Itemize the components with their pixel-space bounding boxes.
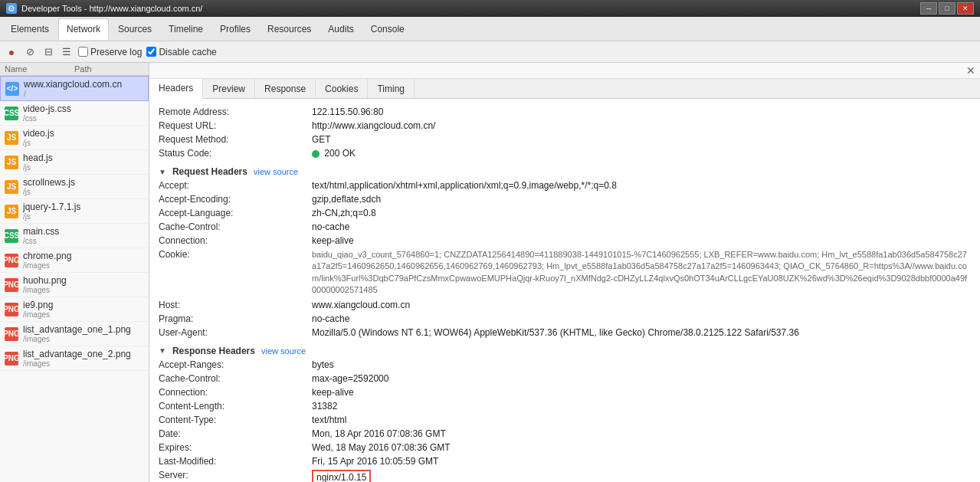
- list-item[interactable]: PNG list_advantage_one_1.png /images: [0, 322, 149, 346]
- window-controls: ─ □ ✕: [920, 2, 974, 15]
- file-info: scrollnews.js /js: [23, 177, 75, 196]
- png-icon: PNG: [5, 254, 18, 267]
- cookie-value: baidu_qiao_v3_count_5764860=1; CNZZDATA1…: [312, 249, 971, 297]
- connection-label: Connection:: [159, 235, 312, 246]
- list-item[interactable]: JS scrollnews.js /js: [0, 175, 149, 199]
- accept-value: text/html,application/xhtml+xml,applicat…: [312, 180, 971, 191]
- response-headers-title: Response Headers: [172, 346, 255, 356]
- host-value: www.xiangcloud.com.cn: [312, 300, 971, 310]
- tab-elements[interactable]: Elements: [3, 18, 57, 40]
- file-info: huohu.png /images: [23, 275, 67, 294]
- list-item[interactable]: JS head.js /js: [0, 150, 149, 175]
- disable-cache-text: Disable cache: [159, 47, 216, 57]
- preserve-log-label[interactable]: Preserve log: [78, 47, 142, 57]
- preserve-log-checkbox[interactable]: [78, 47, 88, 57]
- date-row: Date: Mon, 18 Apr 2016 07:08:36 GMT: [159, 427, 971, 441]
- tab-resources[interactable]: Resources: [260, 18, 319, 40]
- connection-value: keep-alive: [312, 235, 971, 246]
- file-name: chrome.png: [23, 251, 71, 261]
- maximize-button[interactable]: □: [939, 2, 955, 15]
- last-modified-label: Last-Modified:: [159, 456, 312, 467]
- file-path: /: [24, 90, 122, 98]
- status-code-value: 200 OK: [312, 148, 971, 159]
- disable-cache-label[interactable]: Disable cache: [146, 47, 216, 57]
- tab-cookies[interactable]: Cookies: [316, 79, 368, 98]
- accept-encoding-row: Accept-Encoding: gzip,deflate,sdch: [159, 192, 971, 206]
- list-item[interactable]: JS jquery-1.7.1.js /js: [0, 199, 149, 224]
- tab-headers[interactable]: Headers: [149, 79, 203, 99]
- remote-address-value: 122.115.50.96:80: [312, 107, 971, 117]
- request-method-row: Request Method: GET: [159, 133, 971, 146]
- file-path: /css: [23, 237, 59, 245]
- accept-language-row: Accept-Language: zh-CN,zh;q=0.8: [159, 206, 971, 220]
- png-icon: PNG: [5, 352, 18, 366]
- js-icon: JS: [5, 131, 18, 145]
- view-source-link-2[interactable]: view source: [261, 346, 306, 356]
- request-headers-section[interactable]: ▼ Request Headers view source: [159, 166, 971, 177]
- list-item[interactable]: PNG ie9.png /images: [0, 297, 149, 322]
- record-button[interactable]: ●: [5, 45, 18, 59]
- js-icon: JS: [5, 180, 18, 194]
- view-button[interactable]: ☰: [60, 45, 74, 59]
- remote-address-row: Remote Address: 122.115.50.96:80: [159, 105, 971, 119]
- file-path: /js: [23, 163, 53, 172]
- tab-network[interactable]: Network: [58, 18, 109, 40]
- list-item[interactable]: PNG list_advantage_one_2.png /images: [0, 346, 149, 371]
- status-indicator: [312, 150, 320, 158]
- pragma-row: Pragma: no-cache: [159, 312, 971, 326]
- date-value: Mon, 18 Apr 2016 07:08:36 GMT: [312, 428, 971, 439]
- file-info: head.js /js: [23, 152, 53, 172]
- server-row: Server: nginx/1.0.15: [159, 468, 971, 482]
- status-code-text: 200 OK: [324, 148, 356, 159]
- pragma-value: no-cache: [312, 313, 971, 324]
- list-item[interactable]: CSS main.css /css: [0, 224, 149, 248]
- tab-timeline[interactable]: Timeline: [161, 18, 211, 40]
- triangle-icon: ▼: [159, 346, 166, 355]
- file-path: /images: [23, 359, 131, 368]
- expires-label: Expires:: [159, 442, 312, 453]
- header-path: Path: [74, 64, 144, 74]
- filter-button[interactable]: ⊟: [41, 45, 55, 59]
- cache-control-label: Cache-Control:: [159, 221, 312, 232]
- last-modified-row: Last-Modified: Fri, 15 Apr 2016 10:05:59…: [159, 454, 971, 468]
- tab-console[interactable]: Console: [363, 18, 412, 40]
- secondary-toolbar: ● ⊘ ⊟ ☰ Preserve log Disable cache: [0, 41, 980, 63]
- list-item[interactable]: PNG huohu.png /images: [0, 273, 149, 297]
- js-icon: JS: [5, 205, 18, 218]
- list-item[interactable]: </> www.xiangcloud.com.cn /: [0, 76, 149, 101]
- tab-profiles[interactable]: Profiles: [212, 18, 258, 40]
- tab-timing[interactable]: Timing: [368, 79, 415, 98]
- tab-preview[interactable]: Preview: [203, 79, 255, 98]
- minimize-button[interactable]: ─: [920, 2, 937, 15]
- stop-button[interactable]: ⊘: [23, 45, 37, 59]
- list-item[interactable]: CSS video-js.css /css: [0, 101, 149, 126]
- file-name: www.xiangcloud.com.cn: [24, 79, 122, 90]
- file-info: list_advantage_one_1.png /images: [23, 324, 131, 343]
- tab-response[interactable]: Response: [255, 79, 316, 98]
- close-panel-button[interactable]: ✕: [965, 64, 977, 77]
- request-url-label: Request URL:: [159, 120, 312, 131]
- file-name: list_advantage_one_2.png: [23, 349, 131, 359]
- disable-cache-checkbox[interactable]: [146, 47, 156, 57]
- file-path: /js: [23, 212, 80, 221]
- window-title: Developer Tools - http://www.xiangcloud.…: [21, 4, 202, 13]
- tab-sources[interactable]: Sources: [110, 18, 159, 40]
- file-info: chrome.png /images: [23, 251, 71, 270]
- css-icon: CSS: [5, 107, 18, 120]
- close-button[interactable]: ✕: [957, 2, 974, 15]
- connection-row: Connection: keep-alive: [159, 234, 971, 248]
- list-item[interactable]: JS video.js /js: [0, 126, 149, 150]
- request-url-row: Request URL: http://www.xiangcloud.com.c…: [159, 119, 971, 133]
- tab-audits[interactable]: Audits: [320, 18, 361, 40]
- cookie-label: Cookie:: [159, 249, 312, 297]
- cache-control-res-row: Cache-Control: max-age=2592000: [159, 372, 971, 385]
- view-source-link-1[interactable]: view source: [254, 167, 298, 176]
- response-headers-section[interactable]: ▼ Response Headers view source: [159, 346, 971, 356]
- file-path: /css: [23, 114, 71, 123]
- accept-language-value: zh-CN,zh;q=0.8: [312, 208, 971, 218]
- connection-res-label: Connection:: [159, 387, 312, 398]
- list-item[interactable]: PNG chrome.png /images: [0, 248, 149, 273]
- cache-control-row: Cache-Control: no-cache: [159, 220, 971, 234]
- file-name: scrollnews.js: [23, 177, 75, 188]
- expires-value: Wed, 18 May 2016 07:08:36 GMT: [312, 442, 971, 453]
